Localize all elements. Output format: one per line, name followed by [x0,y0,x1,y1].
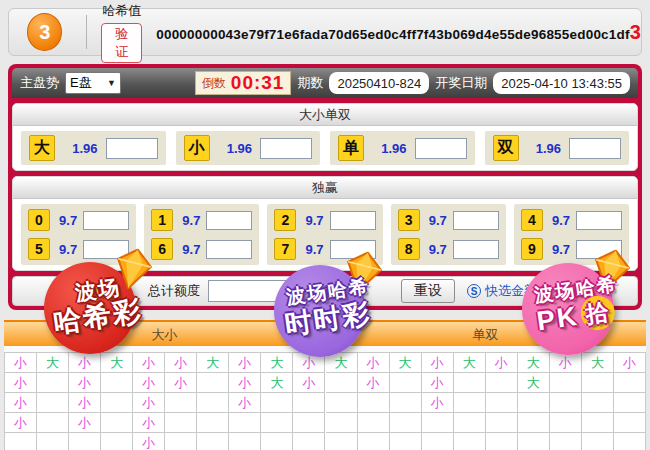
tron-hash-shishicai-badge[interactable]: ▷ 波场哈希 时时彩 [248,255,408,359]
number-1-button[interactable]: 1 [151,209,173,231]
history-cell: 大 [197,353,229,373]
history-cell [326,393,358,413]
history-cell: 小 [69,373,101,393]
history-cell: 小 [5,373,37,393]
hash-label: 哈希值 [102,2,141,20]
hash-value-black: 00000000043e79f71e6fada70d65ed0c4ff7f43b… [156,27,629,42]
history-cell [101,413,133,433]
history-cell: 小 [229,393,261,413]
number-0-amount-input[interactable] [83,211,129,230]
bet-small-button[interactable]: 小 [184,135,210,161]
history-cell: 大 [37,353,69,373]
history-cell [197,373,229,393]
history-cell: 小 [165,373,197,393]
number-2-button[interactable]: 2 [274,209,296,231]
history-cell: 小 [69,413,101,433]
number-4-button[interactable]: 4 [521,209,543,231]
history-cell [326,433,358,450]
history-cell [486,393,518,413]
number-2-amount-input[interactable] [330,211,376,230]
verify-button[interactable]: 验证 [101,23,142,63]
big-small-bets: 大1.96小1.96单1.96双1.96 [13,126,637,170]
divider [86,15,87,49]
circled-s-icon: S [467,284,481,298]
history-cell [614,393,646,413]
history-cell: 小 [133,413,165,433]
history-cell [101,373,133,393]
number-1-amount-input[interactable] [206,211,252,230]
bet-big-odds: 1.96 [72,141,97,156]
history-cell [165,393,197,413]
history-cell [37,413,69,433]
number-6-amount-input[interactable] [206,240,252,259]
history-cell [165,433,197,450]
bet-small-odds: 1.96 [227,141,252,156]
badge-line2-text: PK [535,300,580,336]
bet-small-amount-input[interactable] [260,138,312,159]
number-0-button[interactable]: 0 [28,209,50,231]
number-3-button[interactable]: 3 [398,209,420,231]
number-4-odds: 9.7 [552,213,570,228]
history-cell [550,393,582,413]
board-select[interactable]: E盘 ▼ [65,72,121,94]
number-1-odds: 9.7 [182,213,200,228]
history-cell [486,373,518,393]
history-cell [261,413,293,433]
history-cell [454,433,486,450]
bet-cell-small: 小1.96 [176,131,321,165]
lottery-betting-page: 3 哈希值 验证 00000000043e79f71e6fada70d65ed0… [0,0,650,450]
bet-odd-odds: 1.96 [381,141,406,156]
history-cell [101,393,133,413]
win-cell-2: 29.7 [274,207,375,233]
control-bar: 主盘势 E盘 ▼ 倒数 00:31 期数 20250410-824 开奖日期 2… [12,68,638,98]
history-cell [293,433,325,450]
bet-odd-button[interactable]: 单 [338,135,364,161]
history-cell [37,433,69,450]
number-3-amount-input[interactable] [453,211,499,230]
period-value: 20250410-824 [329,72,429,94]
history-cell: 小 [229,373,261,393]
history-cell [197,393,229,413]
bet-even-button[interactable]: 双 [493,135,519,161]
hash-value: 00000000043e79f71e6fada70d65ed0c4ff7f43b… [156,21,641,44]
history-cell [486,433,518,450]
history-cell [454,413,486,433]
history-cell: 大 [454,353,486,373]
bet-big-button[interactable]: 大 [29,135,55,161]
bet-odd-amount-input[interactable] [415,138,467,159]
tron-hash-lottery-badge[interactable]: ▷ 波场 哈希彩 [18,252,178,356]
reset-button[interactable]: 重设 [401,279,455,303]
history-cell [165,413,197,433]
win-cell-4: 49.7 [521,207,622,233]
history-cell: 小 [133,433,165,450]
number-8-amount-input[interactable] [453,240,499,259]
history-cell [582,413,614,433]
history-cell [550,433,582,450]
history-cell [518,433,550,450]
history-cell: 小 [5,393,37,413]
bet-even-odds: 1.96 [536,141,561,156]
history-cell [454,393,486,413]
history-cell [326,373,358,393]
big-small-section-title: 大小单双 [13,104,637,126]
history-cell [197,433,229,450]
history-cell [582,433,614,450]
tron-hash-pk10-badge[interactable]: ▷ 波场哈希 PK拾 [496,253,650,357]
chevron-down-icon: ▼ [107,78,116,88]
countdown-timer: 00:31 [231,72,285,94]
history-cell: 大 [101,353,133,373]
number-0-odds: 9.7 [59,213,77,228]
bet-big-amount-input[interactable] [106,138,158,159]
history-cell: 小 [5,413,37,433]
number-4-amount-input[interactable] [576,211,622,230]
history-cell [422,413,454,433]
number-6-odds: 9.7 [182,242,200,257]
history-cell [614,373,646,393]
bet-cell-even: 双1.96 [485,131,630,165]
bet-cell-big: 大1.96 [21,131,166,165]
bet-even-amount-input[interactable] [569,138,621,159]
countdown-label: 倒数 [202,75,226,92]
history-cell [550,413,582,433]
history-cell [293,393,325,413]
history-cell [582,393,614,413]
